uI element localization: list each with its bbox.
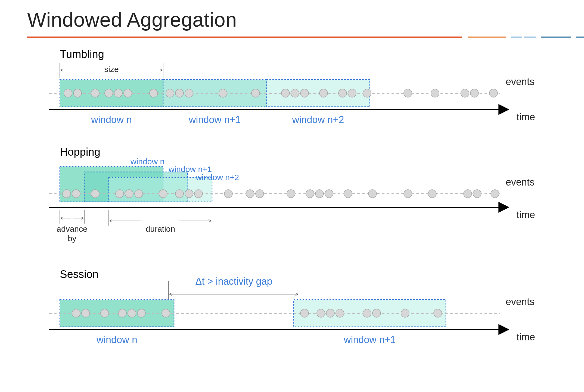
advance-label2: by [68, 234, 76, 243]
svg-point-39 [135, 190, 143, 198]
svg-point-79 [336, 309, 344, 317]
svg-point-14 [114, 89, 122, 97]
svg-point-28 [363, 89, 371, 97]
svg-point-77 [317, 309, 325, 317]
svg-point-52 [368, 190, 377, 198]
svg-point-13 [105, 89, 113, 97]
svg-point-21 [251, 89, 260, 97]
svg-point-35 [72, 190, 80, 198]
session-group: Session Δt > inactivity gap [49, 268, 535, 345]
svg-point-81 [372, 309, 381, 317]
session-heading: Session [60, 268, 98, 280]
svg-point-19 [185, 89, 193, 97]
svg-point-16 [150, 89, 158, 97]
svg-point-26 [338, 89, 347, 97]
svg-point-80 [363, 309, 371, 317]
hop-label-n2: window n+2 [195, 173, 239, 182]
tumbling-group: Tumbling size [49, 50, 535, 125]
hop-label-n1: window n+1 [168, 165, 212, 174]
svg-point-57 [491, 190, 499, 198]
time-label-sess: time [517, 331, 535, 343]
svg-point-42 [185, 190, 193, 198]
svg-point-38 [125, 190, 133, 198]
svg-point-18 [175, 89, 184, 97]
advance-label1: advance [57, 224, 87, 233]
svg-point-41 [175, 190, 184, 198]
svg-point-34 [63, 190, 71, 198]
svg-point-24 [300, 89, 309, 97]
events-label-sess: events [506, 296, 535, 307]
svg-point-56 [473, 190, 481, 198]
svg-point-48 [306, 190, 314, 198]
svg-point-73 [128, 309, 136, 317]
svg-point-74 [137, 309, 145, 317]
hop-label-n: window n [130, 157, 164, 166]
svg-point-82 [401, 309, 409, 317]
win-n-label: window n [91, 114, 132, 125]
svg-point-76 [300, 309, 309, 317]
svg-point-36 [91, 190, 99, 198]
sess-label-n1: window n+1 [343, 334, 396, 345]
svg-point-75 [162, 309, 170, 317]
svg-point-23 [291, 89, 299, 97]
svg-point-70 [82, 309, 90, 317]
svg-point-72 [118, 309, 126, 317]
diagram: Tumbling size [27, 50, 557, 384]
size-label: size [104, 65, 119, 74]
svg-point-55 [464, 190, 472, 198]
svg-point-40 [159, 190, 167, 198]
tumbling-heading: Tumbling [60, 50, 104, 60]
win-n2-label: window n+2 [292, 114, 344, 125]
svg-point-27 [348, 89, 356, 97]
win-n1-label: window n+1 [188, 114, 241, 125]
svg-point-17 [166, 89, 174, 97]
svg-point-32 [470, 89, 479, 97]
svg-point-25 [319, 89, 328, 97]
svg-point-53 [404, 190, 412, 198]
svg-point-10 [64, 89, 72, 97]
gap-label: Δt > inactivity gap [195, 276, 272, 287]
svg-point-37 [116, 190, 124, 198]
svg-point-31 [461, 89, 469, 97]
svg-point-22 [281, 89, 290, 97]
size-dimension: size [60, 63, 163, 78]
svg-point-29 [404, 89, 412, 97]
time-label-hop: time [517, 209, 535, 220]
svg-point-33 [489, 89, 498, 97]
svg-point-69 [72, 309, 80, 317]
title-divider [27, 36, 557, 38]
svg-point-50 [325, 190, 333, 198]
svg-point-45 [246, 190, 254, 198]
events-label-hop: events [506, 177, 535, 188]
events-label: events [506, 76, 535, 87]
svg-point-44 [224, 190, 232, 198]
svg-point-51 [344, 190, 352, 198]
svg-point-71 [101, 309, 109, 317]
svg-point-15 [124, 89, 132, 97]
slide-title: Windowed Aggregation [27, 8, 557, 31]
duration-label: duration [146, 224, 175, 233]
svg-point-12 [91, 89, 99, 97]
hopping-group: Hopping window n window n+1 window n+2 [49, 146, 535, 243]
svg-point-49 [315, 190, 324, 198]
svg-point-11 [73, 89, 82, 97]
svg-point-46 [256, 190, 264, 198]
svg-point-30 [431, 89, 439, 97]
svg-point-54 [428, 190, 436, 198]
svg-point-83 [434, 309, 442, 317]
hopping-heading: Hopping [60, 146, 100, 158]
svg-point-43 [194, 190, 203, 198]
svg-point-20 [219, 89, 227, 97]
svg-point-47 [287, 190, 295, 198]
svg-point-78 [326, 309, 334, 317]
time-label: time [517, 111, 535, 123]
sess-label-n: window n [96, 334, 137, 345]
